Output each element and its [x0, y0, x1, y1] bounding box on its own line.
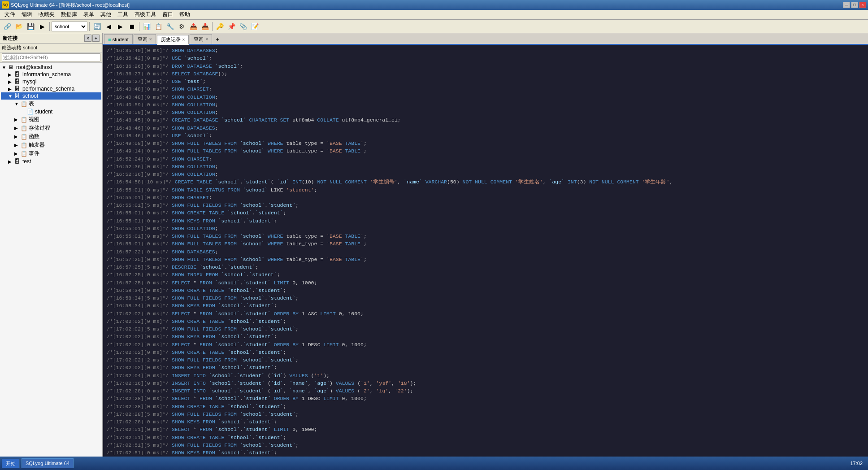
log-line: /*[16:52:36][0 ms]*/ SHOW COLLATION; — [107, 170, 864, 178]
icon-root: 🖥 — [8, 64, 15, 70]
tree-item-info[interactable]: ▶ 🗄 information_schema — [1, 71, 101, 78]
sep3 — [139, 22, 139, 31]
arrow-views: ▶ — [14, 117, 21, 122]
close-panel-btn[interactable]: × — [84, 35, 91, 42]
next-btn[interactable]: ▶ — [115, 21, 126, 32]
menu-bar: 文件 编辑 收藏夹 数据库 表单 其他 工具 高级工具 窗口 帮助 — [0, 10, 868, 20]
tree-item-funcs[interactable]: ▶ 📋 函数 — [1, 132, 101, 141]
log-line: /*[16:40:48][0 ms]*/ SHOW COLLATION; — [107, 93, 864, 101]
log-line: /*[17:02:02][0 ms]*/ SHOW KEYS FROM `sch… — [107, 333, 864, 340]
tools-btn9[interactable]: 📎 — [238, 21, 248, 32]
log-line: /*[16:49:14][0 ms]*/ SHOW FULL TABLES FR… — [107, 147, 864, 155]
log-line: /*[16:40:48][0 ms]*/ SHOW CHARSET; — [107, 85, 864, 93]
tree-item-perf[interactable]: ▶ 🗄 performance_schema — [1, 85, 101, 92]
tools-btn1[interactable]: 📊 — [141, 21, 152, 32]
tree-item-tables[interactable]: ▼ 📋 表 — [1, 100, 101, 108]
tab-student-label: student — [113, 37, 129, 42]
tab-bar: ■ student 查询 × 历史记录 × 查询 × + — [103, 33, 868, 45]
tab-query2[interactable]: 查询 × — [190, 34, 212, 44]
main-layout: 新连接 × + 筛选表格 school ▼ 🖥 root@localhost ▶… — [0, 33, 868, 460]
label-views: 视图 — [29, 116, 100, 123]
label-root: root@localhost — [16, 64, 100, 70]
tab-history-close[interactable]: × — [182, 37, 185, 42]
log-line: /*[17:02:28][0 ms]*/ INSERT INTO `school… — [107, 387, 864, 395]
history-content[interactable]: /*[16:35:40][0 ms]*/ SHOW DATABASES;/*[1… — [103, 45, 868, 460]
tab-query2-close[interactable]: × — [205, 37, 208, 42]
log-line: /*[16:54:58][10 ms]*/ CREATE TABLE `scho… — [107, 178, 864, 186]
tree-item-procs[interactable]: ▶ 📋 存储过程 — [1, 124, 101, 132]
log-line: /*[16:49:08][0 ms]*/ SHOW FULL TABLES FR… — [107, 139, 864, 147]
open-btn[interactable]: 📂 — [13, 21, 24, 32]
tools-btn2[interactable]: 📋 — [153, 21, 164, 32]
menu-table[interactable]: 表单 — [81, 10, 97, 19]
log-line: /*[17:02:28][0 ms]*/ SHOW CREATE TABLE `… — [107, 403, 864, 410]
menu-help[interactable]: 帮助 — [177, 10, 193, 19]
arrow-tables: ▼ — [14, 101, 21, 106]
log-line: /*[16:48:46][0 ms]*/ USE `school`; — [107, 132, 864, 139]
menu-database[interactable]: 数据库 — [58, 10, 80, 19]
add-panel-btn[interactable]: + — [92, 35, 100, 42]
menu-file[interactable]: 文件 — [2, 10, 18, 19]
tools-btn8[interactable]: 📌 — [226, 21, 237, 32]
start-button[interactable]: 开始 — [2, 459, 20, 468]
tree-item-views[interactable]: ▶ 📋 视图 — [1, 115, 101, 124]
tools-btn6[interactable]: 📥 — [200, 21, 210, 32]
stop-btn[interactable]: ⏹ — [126, 21, 137, 32]
taskbar-apps: SQLyog Ultimate 64 — [22, 458, 850, 468]
log-line: /*[16:36:27][0 ms]*/ USE `test`; — [107, 78, 864, 85]
database-selector[interactable]: school — [52, 22, 87, 31]
tree-item-school[interactable]: ▼ 🗄 school — [1, 92, 101, 100]
tools-btn3[interactable]: 🔧 — [165, 21, 175, 32]
minimize-button[interactable]: ─ — [843, 2, 850, 8]
tab-query1[interactable]: 查询 × — [134, 34, 156, 44]
title-bar: SQ SQLyog Ultimate 64 - [新连接/school - ro… — [0, 0, 868, 10]
menu-other[interactable]: 其他 — [98, 10, 114, 19]
icon-triggers: 📋 — [21, 142, 28, 148]
arrow-test: ▶ — [8, 159, 14, 164]
tree-item-test[interactable]: ▶ 🗄 test — [1, 158, 101, 165]
new-connection-btn[interactable]: 🔗 — [2, 21, 13, 32]
add-tab-button[interactable]: + — [213, 35, 222, 44]
menu-edit[interactable]: 编辑 — [19, 10, 35, 19]
label-procs: 存储过程 — [29, 124, 100, 132]
menu-favorites[interactable]: 收藏夹 — [36, 10, 57, 19]
right-panel: ■ student 查询 × 历史记录 × 查询 × + /*[16:35:40… — [103, 33, 868, 460]
tree-item-mysql[interactable]: ▶ 🗄 mysql — [1, 78, 101, 85]
run-btn[interactable]: ▶ — [37, 21, 48, 32]
window-controls[interactable]: ─ □ × — [843, 2, 866, 8]
tab-query1-close[interactable]: × — [149, 37, 152, 42]
menu-tools[interactable]: 工具 — [115, 10, 131, 19]
label-student: student — [35, 109, 100, 115]
tree-item-events[interactable]: ▶ 📋 事件 — [1, 149, 101, 158]
label-info: information_schema — [22, 71, 100, 78]
connection-title: 新连接 — [3, 35, 17, 42]
tree-item-student[interactable]: ▶ 📄 student — [1, 108, 101, 115]
save-btn[interactable]: 💾 — [25, 21, 36, 32]
log-line: /*[17:02:51][0 ms]*/ SHOW CREATE TABLE `… — [107, 434, 864, 441]
arrow-mysql: ▶ — [8, 79, 14, 84]
close-button[interactable]: × — [859, 2, 866, 8]
tools-btn7[interactable]: 🔑 — [214, 21, 225, 32]
tab-student[interactable]: ■ student — [104, 34, 133, 44]
refresh-btn[interactable]: 🔄 — [91, 21, 102, 32]
tree-item-triggers[interactable]: ▶ 📋 触发器 — [1, 141, 101, 149]
log-line: /*[17:02:02][0 ms]*/ SHOW CREATE TABLE `… — [107, 348, 864, 356]
menu-advanced[interactable]: 高级工具 — [132, 10, 159, 19]
filter-input[interactable] — [2, 53, 100, 61]
prev-btn[interactable]: ◀ — [103, 21, 114, 32]
tree-item-root[interactable]: ▼ 🖥 root@localhost — [1, 64, 101, 71]
tools-btn10[interactable]: 📝 — [249, 21, 260, 32]
title-bar-left: SQ SQLyog Ultimate 64 - [新连接/school - ro… — [2, 1, 130, 9]
tools-btn4[interactable]: ⚙ — [176, 21, 187, 32]
sep1 — [49, 22, 50, 31]
log-line: /*[16:52:36][0 ms]*/ SHOW COLLATION; — [107, 163, 864, 170]
filter-input-row[interactable] — [0, 52, 102, 63]
log-line: /*[17:02:28][0 ms]*/ SELECT * FROM `scho… — [107, 395, 864, 402]
taskbar-sqlyog[interactable]: SQLyog Ultimate 64 — [22, 458, 74, 468]
menu-window[interactable]: 窗口 — [160, 10, 176, 19]
sep4 — [212, 22, 213, 31]
maximize-button[interactable]: □ — [851, 2, 858, 8]
icon-events: 📋 — [21, 151, 28, 157]
tools-btn5[interactable]: 📤 — [188, 21, 199, 32]
tab-history[interactable]: 历史记录 × — [157, 35, 189, 45]
